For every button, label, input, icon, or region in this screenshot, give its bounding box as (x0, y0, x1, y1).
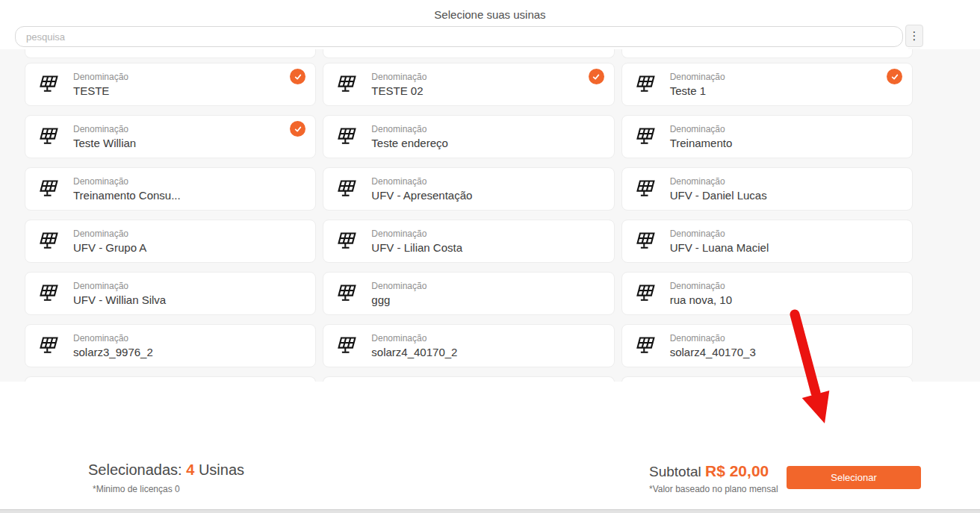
usina-name: Teste endereço (371, 137, 448, 149)
usina-card[interactable]: Denominação Teste Willian (25, 115, 316, 158)
search-input[interactable] (15, 26, 903, 47)
card-text: Denominação UFV - Grupo A (73, 228, 146, 254)
usina-card[interactable]: Denominação UFV - Apresentação (323, 167, 614, 211)
usina-name: ggg (371, 293, 427, 306)
subtotal-summary: Subtotal R$ 20,00 (649, 462, 769, 480)
footer-bar: Selecionadas: 4 Usinas *Minimo de licenç… (0, 448, 980, 509)
card-field-label: Denominação (670, 281, 732, 291)
card-field-label: Denominação (371, 176, 472, 187)
usinas-grid: Denominação TESTE Denominação TESTE 02 (25, 63, 913, 367)
card-text: Denominação TESTE (73, 72, 128, 97)
select-usinas-page: Selecione suas usinas ⋮ Denominação TEST… (0, 0, 980, 513)
subtotal-note: *Valor baseado no plano mensal (649, 484, 778, 494)
solar-panel-icon (336, 74, 357, 95)
usina-card[interactable]: Denominação Treinamento (621, 115, 913, 158)
usina-name: rua nova, 10 (670, 293, 732, 306)
card-field-label: Denominação (670, 176, 767, 187)
card-field-label: Denominação (371, 333, 457, 343)
usina-name: UFV - Grupo A (73, 241, 146, 254)
usina-card[interactable]: Denominação UFV - Lilian Costa (323, 220, 614, 263)
solar-panel-icon (38, 74, 59, 95)
usina-card[interactable]: Denominação UFV - Luana Maciel (621, 220, 913, 263)
card-text: Denominação UFV - Willian Silva (73, 281, 166, 306)
solar-panel-icon (336, 335, 357, 356)
selected-summary: Selecionadas: 4 Usinas (88, 461, 244, 479)
usina-name: Teste 1 (670, 84, 725, 97)
card-text: Denominação Teste 1 (670, 72, 725, 97)
usina-name: TESTE 02 (371, 84, 427, 97)
usina-card[interactable]: Denominação Treinamento Consu... (25, 167, 316, 211)
usina-card[interactable]: Denominação UFV - Willian Silva (25, 272, 316, 315)
usina-name: solarz4_40170_2 (371, 346, 457, 358)
solar-panel-icon (635, 283, 656, 304)
usina-card[interactable]: Denominação solarz3_9976_2 (25, 324, 316, 367)
search-options-button[interactable]: ⋮ (905, 25, 923, 47)
usina-name: Treinamento Consu... (73, 189, 181, 202)
card-text: Denominação UFV - Daniel Lucas (670, 176, 767, 202)
usina-card[interactable]: Denominação Teste endereço (323, 115, 614, 158)
card-field-label: Denominação (670, 124, 733, 134)
solar-panel-icon (635, 178, 656, 199)
solar-panel-icon (635, 126, 656, 147)
selected-label: Selecionadas: (88, 461, 182, 478)
page-title: Selecione suas usinas (0, 8, 980, 21)
card-text: Denominação solarz4_40170_2 (371, 333, 457, 358)
card-field-label: Denominação (73, 281, 166, 291)
card-text: Denominação TESTE 02 (371, 72, 427, 97)
card-text: Denominação Treinamento (670, 124, 733, 149)
card-field-label: Denominação (73, 333, 153, 343)
card-field-label: Denominação (371, 228, 462, 239)
card-text: Denominação UFV - Apresentação (371, 176, 472, 202)
partial-card-row-bottom (25, 376, 913, 382)
usina-name: TESTE (73, 84, 128, 97)
usina-card[interactable]: Denominação solarz4_40170_2 (323, 324, 614, 367)
card-field-label: Denominação (371, 72, 427, 82)
select-button[interactable]: Selecionar (787, 466, 921, 489)
partial-card (25, 376, 316, 382)
usina-name: UFV - Apresentação (371, 189, 472, 202)
solar-panel-icon (336, 178, 357, 199)
usina-card[interactable]: Denominação TESTE 02 (323, 63, 614, 106)
card-text: Denominação UFV - Luana Maciel (670, 228, 769, 254)
page-bottom-edge (0, 509, 980, 513)
card-text: Denominação ggg (371, 281, 427, 306)
usina-card[interactable]: Denominação UFV - Grupo A (25, 220, 316, 263)
card-field-label: Denominação (73, 176, 181, 187)
card-text: Denominação Teste Willian (73, 124, 136, 149)
usina-card[interactable]: Denominação rua nova, 10 (621, 272, 913, 315)
card-field-label: Denominação (73, 72, 128, 82)
card-field-label: Denominação (371, 281, 427, 291)
solar-panel-icon (635, 335, 656, 356)
selected-check-icon (290, 121, 306, 137)
partial-card (621, 376, 913, 382)
card-text: Denominação Teste endereço (371, 124, 448, 149)
usina-name: solarz4_40170_3 (670, 346, 756, 358)
usina-card[interactable]: Denominação UFV - Daniel Lucas (621, 167, 913, 211)
card-field-label: Denominação (670, 72, 725, 82)
card-field-label: Denominação (371, 124, 448, 134)
card-text: Denominação rua nova, 10 (670, 281, 732, 306)
card-text: Denominação UFV - Lilian Costa (371, 228, 462, 254)
selected-count: 4 (186, 461, 194, 478)
solar-panel-icon (38, 178, 59, 199)
partial-card (621, 49, 913, 58)
subtotal-value: R$ 20,00 (705, 462, 769, 479)
card-field-label: Denominação (73, 124, 136, 134)
selected-check-icon (290, 69, 306, 84)
card-text: Denominação Treinamento Consu... (73, 176, 181, 202)
subtotal-label: Subtotal (649, 464, 701, 479)
usina-card[interactable]: Denominação solarz4_40170_3 (621, 324, 913, 367)
usina-card[interactable]: Denominação Teste 1 (621, 63, 913, 106)
solar-panel-icon (336, 283, 357, 304)
usinas-grid-scroll[interactable]: Denominação TESTE Denominação TESTE 02 (0, 49, 980, 382)
card-field-label: Denominação (670, 228, 769, 239)
usina-name: UFV - Lilian Costa (371, 241, 462, 254)
usina-name: UFV - Daniel Lucas (670, 189, 767, 202)
usina-name: Treinamento (670, 137, 733, 149)
usina-card[interactable]: Denominação ggg (323, 272, 614, 315)
usina-name: UFV - Luana Maciel (670, 241, 769, 254)
usina-card[interactable]: Denominação TESTE (25, 63, 316, 106)
solar-panel-icon (635, 74, 656, 95)
usina-name: solarz3_9976_2 (73, 346, 153, 358)
partial-card-row-top (25, 49, 913, 58)
